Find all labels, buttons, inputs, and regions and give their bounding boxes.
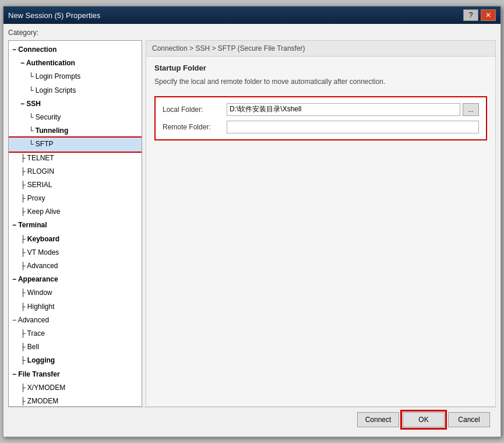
help-button[interactable]: ?: [463, 9, 478, 21]
main-window: New Session (5) Properties ? ✕ Category:…: [3, 6, 501, 437]
tree-item-security[interactable]: └ Security: [9, 111, 142, 124]
remote-folder-row: Remote Folder:: [163, 121, 479, 133]
tree-item-terminal[interactable]: − Terminal: [9, 219, 142, 232]
tree-item-advanced2[interactable]: − Advanced: [9, 314, 142, 327]
title-bar: New Session (5) Properties ? ✕: [3, 6, 501, 24]
remote-folder-input-wrap: [227, 121, 479, 133]
folder-fields: Local Folder: ... Remote Folder:: [154, 96, 487, 140]
title-bar-buttons: ? ✕: [463, 9, 496, 21]
close-button[interactable]: ✕: [481, 9, 496, 21]
breadcrumb: Connection > SSH > SFTP (Secure File Tra…: [146, 41, 495, 57]
window-title: New Session (5) Properties: [8, 11, 100, 20]
tree-item-keep-alive[interactable]: ├ Keep Alive: [9, 205, 142, 219]
tree-item-trace[interactable]: ├ Trace: [9, 327, 142, 340]
tree-item-serial[interactable]: ├ SERIAL: [9, 178, 142, 192]
tree-item-bell[interactable]: ├ Bell: [9, 340, 142, 354]
tree-item-appearance[interactable]: − Appearance: [9, 273, 142, 286]
tree-item-window[interactable]: ├ Window: [9, 286, 142, 300]
category-label: Category:: [8, 29, 496, 37]
connect-button[interactable]: Connect: [357, 412, 399, 427]
tree-item-proxy[interactable]: ├ Proxy: [9, 192, 142, 205]
tree-panel: − Connection− Authentication└ Login Prom…: [8, 40, 142, 407]
tree-item-keyboard[interactable]: ├ Keyboard: [9, 233, 142, 246]
local-folder-browse-button[interactable]: ...: [463, 103, 479, 116]
tree-item-login-scripts[interactable]: └ Login Scripts: [9, 84, 142, 97]
tree-item-sftp[interactable]: └ SFTP: [9, 138, 142, 151]
cancel-button[interactable]: Cancel: [448, 412, 490, 427]
tree-item-ssh[interactable]: − SSH: [9, 97, 142, 111]
local-folder-label: Local Folder:: [163, 106, 227, 114]
tree-item-zmodem[interactable]: ├ ZMODEM: [9, 395, 142, 407]
remote-folder-label: Remote Folder:: [163, 123, 227, 131]
local-folder-input-wrap: ...: [227, 103, 479, 116]
section-desc: Specify the local and remote folder to m…: [154, 77, 487, 87]
section-title: Startup Folder: [154, 64, 487, 72]
ok-button[interactable]: OK: [403, 412, 445, 427]
local-folder-input[interactable]: [227, 103, 460, 116]
tree-item-advanced[interactable]: ├ Advanced: [9, 259, 142, 273]
tree-item-vt-modes[interactable]: ├ VT Modes: [9, 246, 142, 259]
tree-item-file-transfer[interactable]: − File Transfer: [9, 368, 142, 381]
tree-item-highlight[interactable]: ├ Highlight: [9, 300, 142, 314]
tree-item-xymodem[interactable]: ├ X/YMODEM: [9, 381, 142, 395]
panel-content: Startup Folder Specify the local and rem…: [146, 57, 495, 406]
footer: Connect OK Cancel: [8, 407, 496, 432]
tree-item-connection[interactable]: − Connection: [9, 43, 142, 57]
tree-item-authentication[interactable]: − Authentication: [9, 57, 142, 70]
local-folder-row: Local Folder: ...: [163, 103, 479, 116]
tree-item-logging[interactable]: ├ Logging: [9, 354, 142, 367]
remote-folder-input[interactable]: [227, 121, 479, 133]
right-panel: Connection > SSH > SFTP (Secure File Tra…: [146, 40, 496, 407]
tree-item-telnet[interactable]: ├ TELNET: [9, 152, 142, 165]
window-body: Category: − Connection− Authentication└ …: [3, 24, 501, 437]
main-content: − Connection− Authentication└ Login Prom…: [8, 40, 496, 407]
tree-item-login-prompts[interactable]: └ Login Prompts: [9, 70, 142, 83]
tree-item-rlogin[interactable]: ├ RLOGIN: [9, 165, 142, 178]
tree-item-tunneling[interactable]: └ Tunneling: [9, 124, 142, 138]
